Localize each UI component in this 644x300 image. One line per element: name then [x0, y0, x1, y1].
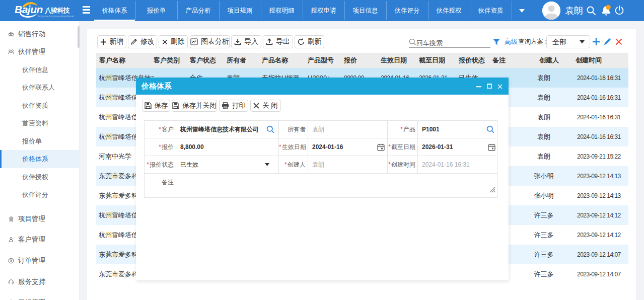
svg-text:Anyone,Anytime,Anywhere!: Anyone,Anytime,Anywhere!: [38, 15, 75, 18]
svg-text:Bajun: Bajun: [15, 4, 43, 15]
svg-text:八骏科技: 八骏科技: [44, 7, 70, 14]
